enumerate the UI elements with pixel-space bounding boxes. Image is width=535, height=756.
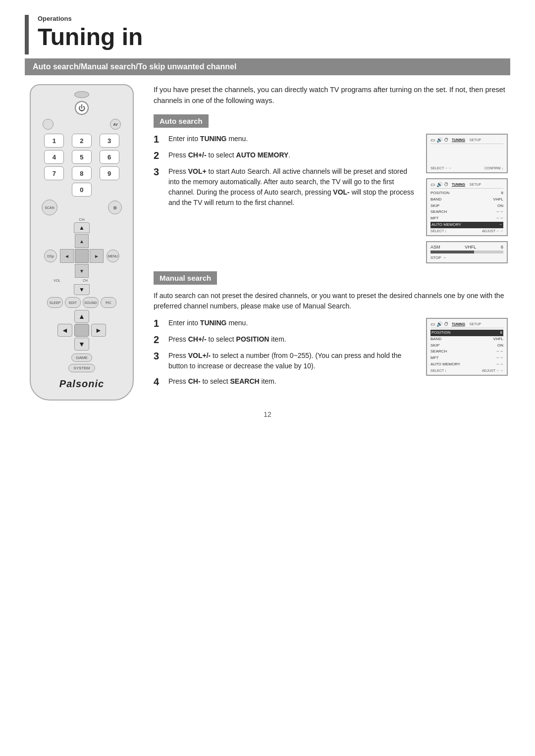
auto-search-header: Auto search bbox=[154, 114, 209, 128]
vol-label: VOL bbox=[54, 279, 60, 282]
progress-bar bbox=[430, 251, 503, 253]
screen4-setup-tab: SETUP bbox=[468, 322, 482, 326]
tv-row-mft: MFT→→ bbox=[430, 215, 503, 222]
tv-screen-1-header: ▭ 🔊 ⏱ TUNING SETUP bbox=[430, 137, 503, 144]
main-content: AV 1 2 3 4 5 6 7 8 9 0 bbox=[25, 84, 510, 401]
ch-down-button[interactable]: ▼ bbox=[74, 284, 90, 295]
screen1-setup-tab: SETUP bbox=[468, 138, 482, 142]
remote-control: AV 1 2 3 4 5 6 7 8 9 0 bbox=[30, 84, 134, 401]
tv-row-position: POSITION8 bbox=[430, 190, 503, 197]
arrow-down-button[interactable]: ▼ bbox=[74, 338, 89, 351]
manual-search-section: Manual search If auto search can not pre… bbox=[154, 271, 510, 393]
tv4-row-position: POSITION8 bbox=[430, 330, 503, 336]
right-content: If you have preset the channels, you can… bbox=[154, 84, 510, 401]
screen4-select-label: SELECT ↕ bbox=[430, 369, 447, 372]
screen2-setup-tab: SETUP bbox=[468, 182, 482, 187]
num-3-button[interactable]: 3 bbox=[100, 134, 119, 148]
scan-button[interactable]: SCAN bbox=[42, 200, 57, 215]
manual-step-1-text: Enter into TUNING menu. bbox=[168, 318, 248, 328]
auto-search-section: Auto search 1 Enter into TUNING menu. 2 … bbox=[154, 114, 510, 263]
num-6-button[interactable]: 6 bbox=[100, 150, 119, 164]
system-button[interactable]: SYSTEM bbox=[68, 364, 96, 372]
numpad: 1 2 3 4 5 6 7 8 9 0 bbox=[38, 134, 126, 197]
step-num-3: 3 bbox=[154, 166, 163, 178]
left-button[interactable]: ◄ bbox=[60, 249, 74, 263]
num-2-button[interactable]: 2 bbox=[72, 134, 92, 148]
tv-screen-1: ▭ 🔊 ⏱ TUNING SETUP SELECT ←→ CONFIRM ↓ bbox=[426, 134, 508, 173]
manual-step-num-3: 3 bbox=[154, 351, 163, 362]
screen1-tuning-tab: TUNING bbox=[450, 138, 467, 142]
operations-label: Operations bbox=[38, 15, 143, 22]
dsp-button[interactable]: DSp bbox=[44, 250, 57, 262]
manual-step-num-4: 4 bbox=[154, 376, 163, 388]
tv-screens: ▭ 🔊 ⏱ TUNING SETUP SELECT ←→ CONFIRM ↓ bbox=[426, 134, 510, 263]
remote-top: AV 1 2 3 4 5 6 7 8 9 0 bbox=[38, 91, 126, 374]
manual-step-4-text: Press CH- to select SEARCH item. bbox=[168, 376, 276, 387]
auto-search-steps-with-screens: 1 Enter into TUNING menu. 2 Press CH+/- … bbox=[154, 134, 510, 263]
tv4-row-auto-memory: AUTO MEMORY→→ bbox=[430, 361, 503, 368]
arrow-up-button[interactable]: ▲ bbox=[74, 310, 89, 323]
arrow-left-button[interactable]: ◄ bbox=[57, 324, 72, 337]
tv4-row-mft: MFT→→ bbox=[430, 355, 503, 361]
ch-mid-label: CH bbox=[63, 279, 107, 282]
manual-screens: ▭ 🔊 ⏱ TUNING SETUP POSITION8 BANDVHFL SK… bbox=[426, 318, 510, 376]
power-button[interactable] bbox=[75, 101, 89, 115]
section-header: Auto search/Manual search/To skip unwant… bbox=[25, 58, 510, 75]
menu-button[interactable]: MENU bbox=[107, 250, 119, 262]
num-7-button[interactable]: 7 bbox=[44, 166, 64, 180]
tv4-row-band: BANDVHFL bbox=[430, 336, 503, 343]
vol-down-button[interactable]: ▼ bbox=[75, 264, 89, 278]
screen1-confirm-label: CONFIRM ↓ bbox=[484, 166, 503, 170]
tv-row-search: SEARCH→→ bbox=[430, 209, 503, 215]
screen2-icon2: 🔊 bbox=[436, 182, 442, 187]
progress-bar-fill bbox=[430, 251, 474, 253]
vol-up-button[interactable]: ▲ bbox=[75, 234, 89, 248]
sound-button[interactable]: SOUND bbox=[83, 297, 99, 308]
system-row: SYSTEM bbox=[68, 364, 96, 372]
subtitle-button[interactable]: ⊕ bbox=[108, 201, 122, 214]
top-text-block: Operations Tuning in bbox=[38, 15, 143, 50]
num-9-button[interactable]: 9 bbox=[100, 166, 119, 180]
step-1-text: Enter into TUNING menu. bbox=[168, 134, 248, 144]
tv-screen-3: ASM VHFL 6 STOP → bbox=[426, 241, 508, 263]
arrow-right-button[interactable]: ► bbox=[91, 324, 106, 337]
tv-screen-4-footer: SELECT ↕ ADJUST ←→ bbox=[430, 369, 503, 372]
game-button[interactable]: GAME bbox=[71, 353, 92, 362]
num-4-button[interactable]: 4 bbox=[44, 150, 64, 164]
arrow-center-button[interactable] bbox=[74, 324, 89, 337]
intro-text: If you have preset the channels, you can… bbox=[154, 84, 510, 106]
num-5-button[interactable]: 5 bbox=[72, 150, 92, 164]
screen2-select-label: SELECT ↕ bbox=[430, 229, 447, 233]
tv-screen-2-header: ▭ 🔊 ⏱ TUNING SETUP bbox=[430, 182, 503, 189]
av-button[interactable]: AV bbox=[110, 119, 121, 130]
manual-search-intro: If auto search can not preset the desire… bbox=[154, 291, 510, 312]
manual-step-2-text: Press CH+/- to select POSITION item. bbox=[168, 334, 286, 345]
sleep-button[interactable]: SLEEP bbox=[47, 297, 63, 308]
page-number: 12 bbox=[25, 410, 510, 418]
ch-up-button[interactable]: ▲ bbox=[74, 222, 90, 233]
ch-up-label: CH bbox=[79, 217, 85, 222]
pic-button[interactable]: PIC bbox=[101, 297, 116, 308]
screen4-icon2: 🔊 bbox=[436, 321, 442, 327]
asm-label: ASM bbox=[430, 245, 440, 250]
manual-step-3-text: Press VOL+/- to select a number (from 0~… bbox=[168, 351, 416, 371]
screen1-icon3: ⏱ bbox=[444, 137, 449, 143]
stop-label: STOP → bbox=[430, 255, 503, 260]
screen1-select-label: SELECT ←→ bbox=[430, 166, 452, 170]
tv-row-band: BANDVHFL bbox=[430, 197, 503, 203]
right-button[interactable]: ► bbox=[90, 249, 104, 263]
screen2-tuning-tab: TUNING bbox=[450, 182, 467, 187]
brand-label: Palsonic bbox=[59, 378, 104, 390]
arrow-pad: ▲ ◄ ► ▼ bbox=[38, 310, 126, 351]
manual-step-2: 2 Press CH+/- to select POSITION item. bbox=[154, 334, 416, 346]
tv-screen-4-body: POSITION8 BANDVHFL SKIPON SEARCH→→ MFT→→… bbox=[430, 330, 503, 368]
page-title: Tuning in bbox=[38, 24, 143, 50]
left-small-button[interactable] bbox=[43, 119, 54, 130]
num-8-button[interactable]: 8 bbox=[72, 166, 92, 180]
edit-button[interactable]: EDIT bbox=[65, 297, 81, 308]
screen2-icon3: ⏱ bbox=[444, 182, 449, 187]
num-1-button[interactable]: 1 bbox=[44, 134, 64, 148]
manual-search-steps-with-screens: 1 Enter into TUNING menu. 2 Press CH+/- … bbox=[154, 318, 510, 393]
step-num-2: 2 bbox=[154, 150, 163, 161]
num-0-button[interactable]: 0 bbox=[72, 183, 92, 197]
